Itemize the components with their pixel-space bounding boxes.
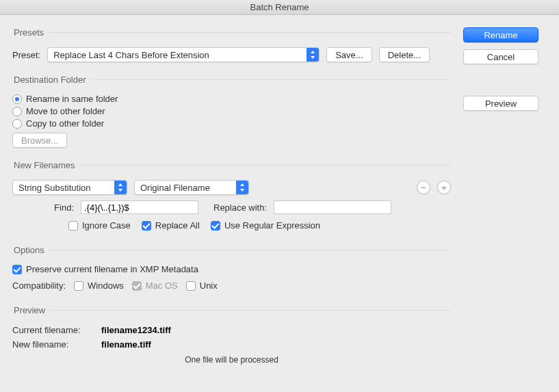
replace-all-checkbox[interactable]: Replace All xyxy=(142,220,200,231)
options-legend: Options xyxy=(12,245,50,255)
preview-group: Preview Current filename: filename1234.t… xyxy=(12,305,451,365)
new-filenames-legend: New Filenames xyxy=(12,160,81,170)
options-group: Options Preserve current filename in XMP… xyxy=(12,245,451,296)
destination-legend: Destination Folder xyxy=(12,75,92,85)
checkbox-icon xyxy=(142,221,151,231)
preview-toggle-button[interactable]: Preview xyxy=(463,96,538,111)
source-combobox[interactable]: Original Filename xyxy=(134,180,249,195)
radio-icon xyxy=(12,94,22,104)
find-label: Find: xyxy=(47,202,74,213)
checkbox-icon xyxy=(186,281,196,291)
minus-icon: − xyxy=(421,183,426,192)
checkbox-icon xyxy=(132,281,142,291)
rename-button[interactable]: Rename xyxy=(463,27,538,42)
rename-same-radio[interactable]: Rename in same folder xyxy=(12,94,451,104)
preset-combobox[interactable]: Replace Last 4 Chars Before Extension xyxy=(47,47,320,62)
component-combobox-value: String Substitution xyxy=(18,183,109,193)
macos-checkbox: Mac OS xyxy=(132,280,178,291)
window-title: Batch Rename xyxy=(250,2,309,12)
current-filename-value: filename1234.tiff xyxy=(101,325,451,335)
component-combobox[interactable]: String Substitution xyxy=(12,180,127,195)
checkbox-icon xyxy=(12,265,22,274)
radio-icon xyxy=(12,119,22,129)
new-filename-value: filename.tiff xyxy=(101,339,451,350)
current-filename-label: Current filename: xyxy=(12,325,101,335)
preview-legend: Preview xyxy=(12,305,51,315)
browse-button[interactable]: Browse... xyxy=(12,133,67,148)
checkbox-icon xyxy=(211,221,220,231)
destination-group: Destination Folder Rename in same folder… xyxy=(12,75,451,151)
preset-combobox-value: Replace Last 4 Chars Before Extension xyxy=(53,50,301,60)
new-filenames-group: New Filenames String Substitution Origin… xyxy=(12,160,451,235)
move-other-radio[interactable]: Move to other folder xyxy=(12,106,451,116)
presets-legend: Presets xyxy=(12,27,49,38)
delete-preset-button[interactable]: Delete... xyxy=(379,47,430,62)
preserve-xmp-checkbox[interactable]: Preserve current filename in XMP Metadat… xyxy=(12,264,451,274)
replace-label: Replace with: xyxy=(213,202,267,213)
radio-icon xyxy=(12,107,22,116)
unix-checkbox[interactable]: Unix xyxy=(186,280,218,291)
updown-icon xyxy=(114,181,127,194)
compatibility-label: Compatibility: xyxy=(12,280,66,291)
remove-component-button[interactable]: − xyxy=(417,181,430,194)
cancel-button[interactable]: Cancel xyxy=(463,49,538,64)
window-titlebar: Batch Rename xyxy=(0,0,559,15)
new-filename-label: New filename: xyxy=(12,339,101,350)
updown-icon xyxy=(236,181,248,194)
find-input[interactable] xyxy=(81,200,198,214)
ignore-case-checkbox[interactable]: Ignore Case xyxy=(68,220,131,231)
source-combobox-value: Original Filename xyxy=(140,183,231,193)
preset-select-label: Preset: xyxy=(12,50,40,60)
copy-other-radio[interactable]: Copy to other folder xyxy=(12,118,451,129)
replace-input[interactable] xyxy=(274,200,391,214)
presets-group: Presets Preset: Replace Last 4 Chars Bef… xyxy=(12,27,451,65)
updown-icon xyxy=(307,48,319,62)
add-component-button[interactable]: + xyxy=(437,181,451,194)
windows-checkbox[interactable]: Windows xyxy=(74,280,124,291)
checkbox-icon xyxy=(68,221,78,231)
checkbox-icon xyxy=(74,281,83,291)
plus-icon: + xyxy=(441,183,447,192)
use-regex-checkbox[interactable]: Use Regular Expression xyxy=(211,220,320,231)
preview-file-count: One file will be processed xyxy=(185,355,278,365)
save-preset-button[interactable]: Save... xyxy=(326,47,372,62)
